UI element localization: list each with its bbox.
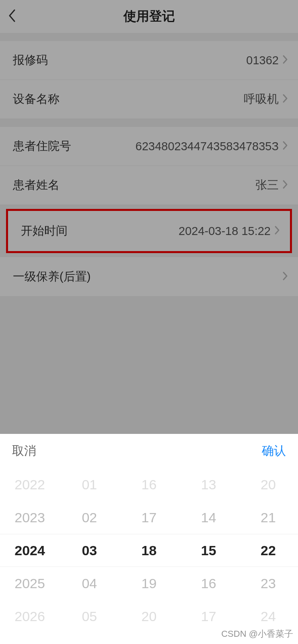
picker-option[interactable]: 05 xyxy=(60,600,119,633)
picker-columns: 2022 2023 2024 2025 2026 01 02 03 04 05 … xyxy=(0,468,298,644)
row-value: 呼吸机 xyxy=(244,91,279,107)
picker-option-selected[interactable]: 15 xyxy=(179,534,238,567)
row-label: 设备名称 xyxy=(13,91,60,107)
picker-column-month[interactable]: 01 02 03 04 05 xyxy=(60,468,119,644)
row-label: 开始时间 xyxy=(21,223,68,239)
cancel-button[interactable]: 取消 xyxy=(12,443,36,459)
picker-option[interactable]: 2023 xyxy=(0,501,60,534)
picker-option-selected[interactable]: 18 xyxy=(119,534,179,567)
chevron-right-icon xyxy=(282,54,288,66)
row-patient-name[interactable]: 患者姓名 张三 xyxy=(0,166,298,205)
picker-option[interactable]: 02 xyxy=(60,501,119,534)
picker-option-selected[interactable]: 03 xyxy=(60,534,119,567)
picker-column-minute[interactable]: 20 21 22 23 24 xyxy=(238,468,298,644)
picker-option-selected[interactable]: 22 xyxy=(238,534,298,567)
row-device-name[interactable]: 设备名称 呼吸机 xyxy=(0,80,298,119)
picker-option[interactable]: 2025 xyxy=(0,567,60,600)
confirm-button[interactable]: 确认 xyxy=(262,443,286,459)
picker-option[interactable]: 16 xyxy=(119,468,179,501)
row-repair-code[interactable]: 报修码 01362 xyxy=(0,41,298,80)
row-maintenance[interactable]: 一级保养(后置) xyxy=(0,257,298,296)
picker-option[interactable]: 20 xyxy=(238,468,298,501)
picker-column-day[interactable]: 16 17 18 19 20 xyxy=(119,468,179,644)
picker-header: 取消 确认 xyxy=(0,434,298,468)
picker-option[interactable]: 19 xyxy=(119,567,179,600)
page-title: 使用登记 xyxy=(123,8,175,25)
picker-option[interactable]: 20 xyxy=(119,600,179,633)
highlight-box: 开始时间 2024-03-18 15:22 xyxy=(6,209,292,253)
picker-option-selected[interactable]: 2024 xyxy=(0,534,60,567)
picker-column-year[interactable]: 2022 2023 2024 2025 2026 xyxy=(0,468,60,644)
picker-option[interactable]: 17 xyxy=(119,501,179,534)
row-label: 患者姓名 xyxy=(13,177,60,193)
chevron-right-icon xyxy=(282,179,288,191)
picker-option[interactable]: 23 xyxy=(238,567,298,600)
row-patient-id[interactable]: 患者住院号 623480234474358347835З xyxy=(0,127,298,166)
picker-option[interactable]: 2026 xyxy=(0,600,60,633)
section-gap xyxy=(0,119,298,127)
back-icon[interactable] xyxy=(7,8,16,25)
chevron-right-icon xyxy=(282,140,288,152)
chevron-right-icon xyxy=(274,225,280,237)
row-label: 患者住院号 xyxy=(13,138,71,154)
row-start-time[interactable]: 开始时间 2024-03-18 15:22 xyxy=(8,211,290,251)
picker-option[interactable]: 16 xyxy=(179,567,238,600)
picker-option[interactable]: 01 xyxy=(60,468,119,501)
chevron-right-icon xyxy=(282,271,288,283)
picker-option[interactable]: 13 xyxy=(179,468,238,501)
row-value: 2024-03-18 15:22 xyxy=(179,225,271,238)
datetime-picker: 取消 确认 2022 2023 2024 2025 2026 01 02 03 … xyxy=(0,434,298,644)
chevron-right-icon xyxy=(282,93,288,105)
watermark: CSDN @小香菜子 xyxy=(221,628,293,640)
picker-column-hour[interactable]: 13 14 15 16 17 xyxy=(179,468,238,644)
row-label: 报修码 xyxy=(13,52,48,68)
picker-option[interactable]: 14 xyxy=(179,501,238,534)
row-value: 623480234474358347835З xyxy=(136,140,279,153)
picker-option[interactable]: 04 xyxy=(60,567,119,600)
picker-option[interactable]: 2022 xyxy=(0,468,60,501)
row-label: 一级保养(后置) xyxy=(13,269,90,285)
section-gap xyxy=(0,33,298,41)
picker-option[interactable]: 21 xyxy=(238,501,298,534)
row-value: 01362 xyxy=(246,54,279,67)
row-value: 张三 xyxy=(255,177,279,193)
page-header: 使用登记 xyxy=(0,0,298,33)
